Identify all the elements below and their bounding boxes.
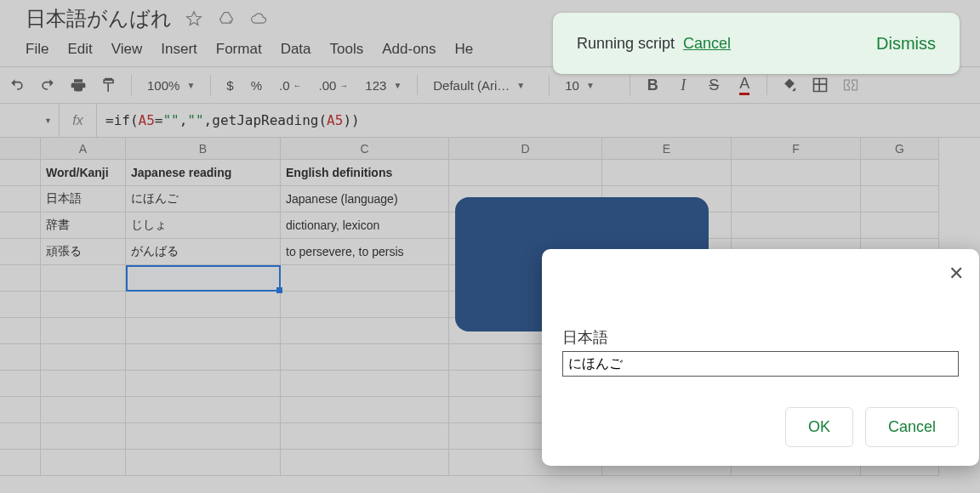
cell[interactable]	[126, 423, 281, 450]
formula-input[interactable]: =if(A5="","",getJapReading(A5))	[97, 112, 360, 128]
cell[interactable]	[449, 160, 602, 186]
cell[interactable]	[281, 371, 449, 397]
cell[interactable]	[126, 397, 281, 423]
row-header[interactable]	[0, 423, 41, 450]
document-title[interactable]: 日本語がんばれ	[26, 5, 172, 32]
row-header[interactable]	[0, 160, 41, 186]
col-header-f[interactable]: F	[732, 138, 861, 160]
menu-file[interactable]: File	[26, 41, 48, 58]
font-size-dropdown[interactable]: 10▼	[560, 73, 619, 97]
row-header[interactable]	[0, 186, 41, 212]
cell[interactable]: 頑張る	[41, 239, 126, 265]
col-header-g[interactable]: G	[861, 138, 939, 160]
strikethrough-icon[interactable]: S	[702, 73, 726, 97]
cell[interactable]: 日本語	[41, 186, 126, 212]
cell[interactable]	[861, 212, 939, 239]
cell[interactable]	[732, 186, 861, 212]
cell[interactable]	[126, 450, 281, 476]
cell[interactable]: じしょ	[126, 212, 281, 239]
cell[interactable]	[41, 450, 126, 476]
cell[interactable]	[281, 265, 449, 292]
text-color-icon[interactable]: A	[732, 73, 756, 97]
row-header[interactable]	[0, 318, 41, 344]
cell[interactable]: がんばる	[126, 239, 281, 265]
redo-icon[interactable]	[36, 73, 60, 97]
number-format-dropdown[interactable]: 123▼	[360, 73, 407, 97]
cell[interactable]: to persevere, to persis	[281, 239, 449, 265]
fill-color-icon[interactable]	[778, 73, 801, 97]
cell[interactable]	[41, 292, 126, 318]
menu-insert[interactable]: Insert	[161, 41, 197, 58]
col-header-e[interactable]: E	[602, 138, 732, 160]
cell[interactable]: Word/Kanji	[41, 160, 126, 186]
cell[interactable]: dictionary, lexicon	[281, 212, 449, 239]
dialog-input[interactable]	[562, 351, 959, 377]
print-icon[interactable]	[66, 73, 90, 97]
cell[interactable]: Japanese (language)	[281, 186, 449, 212]
font-dropdown[interactable]: Default (Ari…▼	[428, 73, 538, 97]
percent-button[interactable]: %	[246, 73, 267, 97]
ok-button[interactable]: OK	[785, 407, 853, 447]
cell[interactable]	[281, 292, 449, 318]
menu-data[interactable]: Data	[281, 41, 311, 58]
cell[interactable]	[41, 423, 126, 450]
cell[interactable]: にほんご	[126, 186, 281, 212]
merge-cells-icon[interactable]	[839, 73, 863, 97]
select-all-corner[interactable]	[0, 138, 41, 160]
cell[interactable]	[126, 318, 281, 344]
cell[interactable]	[861, 160, 939, 186]
cell[interactable]	[41, 344, 126, 371]
cell[interactable]: English definitions	[281, 160, 449, 186]
row-header[interactable]	[0, 344, 41, 371]
currency-button[interactable]: $	[221, 73, 238, 97]
cell[interactable]	[41, 265, 126, 292]
row-header[interactable]	[0, 292, 41, 318]
menu-help[interactable]: He	[455, 41, 474, 58]
cell[interactable]	[281, 450, 449, 476]
undo-icon[interactable]	[5, 73, 29, 97]
col-header-d[interactable]: D	[449, 138, 602, 160]
row-header[interactable]	[0, 397, 41, 423]
close-icon[interactable]: ✕	[949, 263, 964, 285]
col-header-c[interactable]: C	[281, 138, 449, 160]
row-header[interactable]	[0, 265, 41, 292]
name-box[interactable]: ▼	[0, 104, 60, 137]
menu-edit[interactable]: Edit	[67, 41, 92, 58]
cell[interactable]	[281, 318, 449, 344]
cell[interactable]: Japanese reading	[126, 160, 281, 186]
cell[interactable]: 辞書	[41, 212, 126, 239]
cancel-script-link[interactable]: Cancel	[683, 35, 731, 53]
paint-format-icon[interactable]	[97, 73, 121, 97]
cell[interactable]	[281, 423, 449, 450]
bold-icon[interactable]: B	[641, 73, 664, 97]
menu-addons[interactable]: Add-ons	[382, 41, 436, 58]
cell[interactable]	[281, 397, 449, 423]
increase-decimal-button[interactable]: .00→	[313, 73, 353, 97]
italic-icon[interactable]: I	[671, 73, 695, 97]
cell[interactable]	[41, 397, 126, 423]
cell[interactable]	[126, 371, 281, 397]
cloud-icon[interactable]	[248, 8, 269, 29]
zoom-dropdown[interactable]: 100%▼	[142, 73, 200, 97]
menu-tools[interactable]: Tools	[330, 41, 364, 58]
cell[interactable]	[126, 265, 281, 292]
decrease-decimal-button[interactable]: .0←	[274, 73, 307, 97]
cell[interactable]	[126, 344, 281, 371]
star-icon[interactable]	[184, 8, 204, 29]
row-header[interactable]	[0, 239, 41, 265]
cell[interactable]	[732, 160, 861, 186]
cell[interactable]	[602, 160, 732, 186]
row-header[interactable]	[0, 212, 41, 239]
cell[interactable]	[732, 212, 861, 239]
row-header[interactable]	[0, 450, 41, 476]
drive-icon[interactable]: +	[216, 8, 236, 29]
col-header-b[interactable]: B	[126, 138, 281, 160]
col-header-a[interactable]: A	[41, 138, 126, 160]
cell[interactable]	[281, 344, 449, 371]
cell[interactable]	[126, 292, 281, 318]
menu-view[interactable]: View	[111, 41, 143, 58]
borders-icon[interactable]	[808, 73, 832, 97]
dismiss-toast-button[interactable]: Dismiss	[876, 34, 936, 54]
cell[interactable]	[861, 186, 939, 212]
menu-format[interactable]: Format	[216, 41, 262, 58]
